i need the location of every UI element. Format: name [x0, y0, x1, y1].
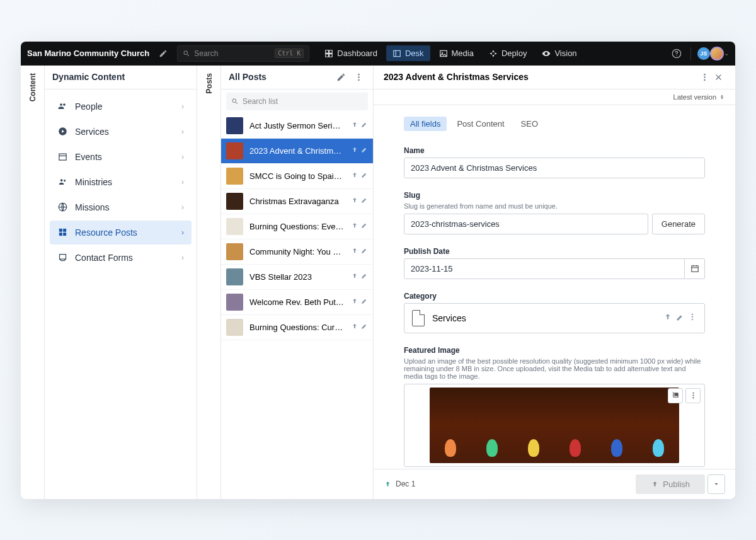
- help-featured-image: Upload an image of the best possible res…: [404, 357, 705, 380]
- sidebar-item-label: Missions: [75, 202, 109, 212]
- calendar-icon[interactable]: [685, 258, 705, 279]
- content-types-pane: Dynamic Content People›Services›Events›M…: [45, 66, 197, 499]
- nav-desk[interactable]: Desk: [386, 45, 430, 61]
- more-icon[interactable]: [352, 70, 365, 84]
- document-icon: [412, 310, 425, 326]
- tab-all-fields[interactable]: All fields: [404, 117, 447, 131]
- more-icon[interactable]: [685, 388, 701, 403]
- version-select[interactable]: Latest version: [673, 93, 725, 101]
- nav-media[interactable]: Media: [433, 45, 480, 61]
- topbar: San Marino Community Church Search Ctrl …: [21, 42, 735, 66]
- posts-rail[interactable]: Posts: [197, 66, 221, 499]
- sidebar-item-contact-forms[interactable]: Contact Forms›: [50, 246, 192, 270]
- svg-rect-12: [63, 229, 66, 232]
- publish-icon: [351, 197, 358, 205]
- svg-point-8: [60, 179, 62, 181]
- chevron-right-icon: ›: [181, 253, 184, 262]
- post-item[interactable]: Burning Questions: Curio…: [221, 315, 373, 340]
- category-value: Services: [432, 313, 656, 323]
- post-item[interactable]: Burning Questions: Event…: [221, 214, 373, 239]
- tab-post-content[interactable]: Post Content: [450, 117, 510, 131]
- edit-icon: [361, 272, 368, 281]
- publish-icon: [351, 222, 358, 231]
- more-icon[interactable]: [697, 70, 711, 84]
- help-slug: Slug is generated from name and must be …: [404, 202, 705, 210]
- chevron-right-icon: ›: [181, 178, 184, 187]
- publish-button[interactable]: Publish: [636, 474, 705, 494]
- sidebar-item-events[interactable]: Events›: [50, 145, 192, 169]
- nav-label: Vision: [554, 49, 576, 58]
- publish-icon[interactable]: [663, 313, 672, 324]
- publish-icon: [351, 297, 358, 306]
- post-item[interactable]: Community Night: You M…: [221, 239, 373, 265]
- svg-point-3: [442, 52, 443, 53]
- field-name: Name: [404, 146, 705, 178]
- divider: [690, 47, 691, 60]
- chevron-right-icon: ›: [181, 228, 184, 237]
- list-search-input[interactable]: Search list: [226, 93, 368, 110]
- edit-icon[interactable]: [676, 313, 684, 324]
- publish-icon: [351, 146, 358, 155]
- compose-icon[interactable]: [156, 46, 171, 61]
- svg-rect-6: [59, 154, 66, 160]
- tab-seo[interactable]: SEO: [515, 117, 544, 131]
- svg-rect-14: [63, 233, 66, 236]
- main: Content Dynamic Content People›Services›…: [21, 66, 735, 499]
- post-title: VBS Stellar 2023: [249, 272, 345, 282]
- tiles-icon: [57, 227, 67, 237]
- sidebar-item-services[interactable]: Services›: [50, 120, 192, 144]
- publish-menu-button[interactable]: [707, 474, 725, 494]
- more-icon[interactable]: [688, 313, 697, 324]
- compose-icon[interactable]: [334, 70, 348, 84]
- edit-icon: [361, 146, 368, 155]
- app-window: San Marino Community Church Search Ctrl …: [21, 42, 735, 499]
- svg-point-15: [358, 73, 360, 75]
- post-title: Christmas Extravaganza: [249, 197, 345, 206]
- input-publish-date[interactable]: [404, 258, 685, 279]
- input-name[interactable]: [404, 158, 705, 178]
- input-slug[interactable]: [404, 214, 648, 234]
- sidebar-item-ministries[interactable]: Ministries›: [50, 170, 192, 194]
- post-item[interactable]: SMCC is Going to Spain i…: [221, 164, 373, 189]
- post-item[interactable]: Welcome Rev. Beth Putn…: [221, 290, 373, 315]
- post-thumb: [226, 117, 243, 134]
- edit-icon: [361, 222, 368, 231]
- post-item[interactable]: 2023 Advent & Christma…: [221, 139, 373, 164]
- post-title: Burning Questions: Event…: [249, 222, 345, 231]
- publish-label: Publish: [663, 480, 690, 489]
- nav-deploy[interactable]: Deploy: [483, 45, 533, 61]
- field-slug: Slug Slug is generated from name and mus…: [404, 191, 705, 234]
- crop-icon[interactable]: [668, 388, 683, 403]
- inbox-icon: [57, 253, 67, 262]
- people-icon: [57, 101, 67, 111]
- search-input[interactable]: Search Ctrl K: [177, 45, 309, 62]
- search-kbd: Ctrl K: [275, 49, 304, 58]
- nav-vision[interactable]: Vision: [536, 45, 583, 61]
- sidebar-item-resource-posts[interactable]: Resource Posts›: [50, 221, 192, 244]
- svg-point-9: [64, 180, 66, 181]
- image-upload[interactable]: [404, 384, 705, 467]
- nav-dashboard[interactable]: Dashboard: [318, 45, 384, 61]
- post-item[interactable]: VBS Stellar 2023: [221, 265, 373, 290]
- chevron-right-icon: ›: [181, 152, 184, 161]
- generate-button[interactable]: Generate: [652, 214, 705, 234]
- help-icon[interactable]: [669, 46, 684, 61]
- label-slug: Slug: [404, 191, 705, 200]
- sidebar-item-people[interactable]: People›: [50, 95, 192, 118]
- nav-label: Desk: [405, 49, 424, 58]
- sidebar-item-label: Ministries: [75, 177, 112, 187]
- nav-label: Deploy: [501, 49, 527, 58]
- avatar-stack[interactable]: JS ⌄: [697, 47, 729, 60]
- label-name: Name: [404, 146, 705, 155]
- content-rail[interactable]: Content: [21, 66, 45, 499]
- sidebar-item-missions[interactable]: Missions›: [50, 195, 192, 219]
- post-item[interactable]: Act Justly Sermon Series |…: [221, 113, 373, 139]
- post-item[interactable]: Christmas Extravaganza: [221, 189, 373, 214]
- field-category: Category Services: [404, 292, 705, 333]
- avatar-initials: JS: [697, 47, 710, 60]
- close-icon[interactable]: [711, 70, 725, 84]
- svg-point-18: [704, 73, 706, 75]
- category-reference[interactable]: Services: [404, 303, 705, 333]
- sidebar-item-label: People: [75, 101, 103, 112]
- svg-point-29: [692, 394, 694, 396]
